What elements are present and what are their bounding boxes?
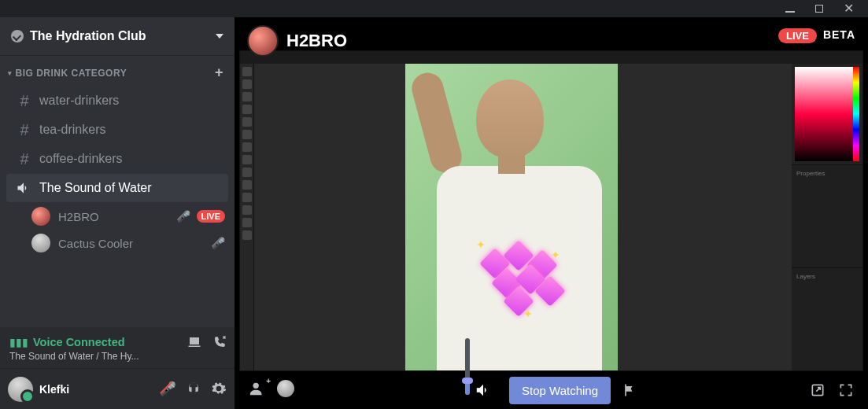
verified-icon xyxy=(11,30,24,42)
speaker-icon xyxy=(16,180,33,196)
properties-panel: Properties xyxy=(792,164,862,267)
photoshop-toolbar xyxy=(240,64,254,370)
hashtag-icon: # xyxy=(16,121,33,139)
channel-label: water-drinkers xyxy=(39,94,119,108)
voice-status-panel: ▮▮▮ Voice Connected The Sound of Water /… xyxy=(0,327,235,368)
viewer-avatar[interactable] xyxy=(277,380,302,401)
stream-canvas: Properties Layers ✦ xyxy=(239,50,863,371)
voice-status: Voice Connected xyxy=(33,336,125,348)
deafen-button[interactable] xyxy=(186,381,201,397)
channel-water-drinkers[interactable]: # water-drinkers xyxy=(6,87,228,115)
stream-view: H2BRO LIVE BETA Properties Layers xyxy=(235,17,868,409)
channel-label: tea-drinkers xyxy=(39,123,105,137)
category-header[interactable]: ▾ BIG DRINK CATEGORY + xyxy=(0,61,235,86)
chevron-down-icon xyxy=(216,34,223,39)
category-label: BIG DRINK CATEGORY xyxy=(16,68,127,79)
channel-label: coffee-drinkers xyxy=(39,152,123,166)
channel-tea-drinkers[interactable]: # tea-drinkers xyxy=(6,116,228,144)
muted-icon: 🎤 xyxy=(212,237,225,249)
channel-label: The Sound of Water xyxy=(39,181,152,195)
streamer-name: H2BRO xyxy=(286,31,347,51)
server-name: The Hydration Club xyxy=(30,29,146,43)
channel-coffee-drinkers[interactable]: # coffee-drinkers xyxy=(6,145,228,173)
live-badge: LIVE xyxy=(197,210,225,223)
stream-controls: + Stop Watching xyxy=(235,371,868,409)
hashtag-icon: # xyxy=(16,92,33,110)
voice-user-cactus-cooler[interactable]: Cactus Cooler 🎤 xyxy=(0,230,235,256)
self-username: Klefki xyxy=(39,383,69,396)
beta-badge: BETA xyxy=(823,28,855,43)
voice-user-name: Cactus Cooler xyxy=(58,237,133,250)
avatar xyxy=(31,207,50,226)
minimize-button[interactable] xyxy=(785,2,795,16)
streamer-avatar xyxy=(247,25,279,57)
user-panel: Klefki 🎤 xyxy=(0,368,235,409)
signal-icon: ▮▮▮ xyxy=(9,336,28,348)
photoshop-panels: Properties Layers xyxy=(792,64,862,370)
settings-button[interactable] xyxy=(211,381,227,397)
avatar xyxy=(31,234,50,252)
maximize-button[interactable] xyxy=(815,2,823,16)
close-button[interactable]: ✕ xyxy=(844,5,854,13)
hashtag-icon: # xyxy=(16,150,33,168)
live-badge: LIVE xyxy=(778,28,817,43)
svg-point-0 xyxy=(253,382,259,388)
server-header[interactable]: The Hydration Club xyxy=(0,17,235,55)
stream-image: ✦ ✦ ✦ xyxy=(405,64,618,370)
report-icon[interactable] xyxy=(622,382,637,398)
voice-user-name: H2BRO xyxy=(58,210,99,223)
add-channel-button[interactable]: + xyxy=(215,64,223,81)
invite-user-icon[interactable]: + xyxy=(249,380,266,401)
volume-icon[interactable] xyxy=(475,381,492,399)
disconnect-icon[interactable] xyxy=(212,335,227,349)
channel-sidebar: The Hydration Club ▾ BIG DRINK CATEGORY … xyxy=(0,17,235,409)
voice-channel-sound-of-water[interactable]: The Sound of Water xyxy=(6,174,228,202)
layers-panel: Layers xyxy=(792,267,862,370)
mute-button[interactable]: 🎤 xyxy=(160,381,176,397)
volume-slider[interactable] xyxy=(465,338,470,395)
self-avatar[interactable] xyxy=(8,377,33,402)
screen-share-icon[interactable] xyxy=(187,335,201,349)
stop-watching-button[interactable]: Stop Watching xyxy=(509,377,611,404)
voice-user-h2bro[interactable]: H2BRO 🎤 LIVE xyxy=(0,203,235,230)
color-picker xyxy=(795,67,859,161)
chevron-down-icon: ▾ xyxy=(8,69,13,77)
voice-channel-path: The Sound of Water / The Hy... xyxy=(9,351,227,362)
popout-icon[interactable] xyxy=(810,382,826,398)
fullscreen-icon[interactable] xyxy=(838,382,854,398)
muted-icon: 🎤 xyxy=(177,210,190,223)
